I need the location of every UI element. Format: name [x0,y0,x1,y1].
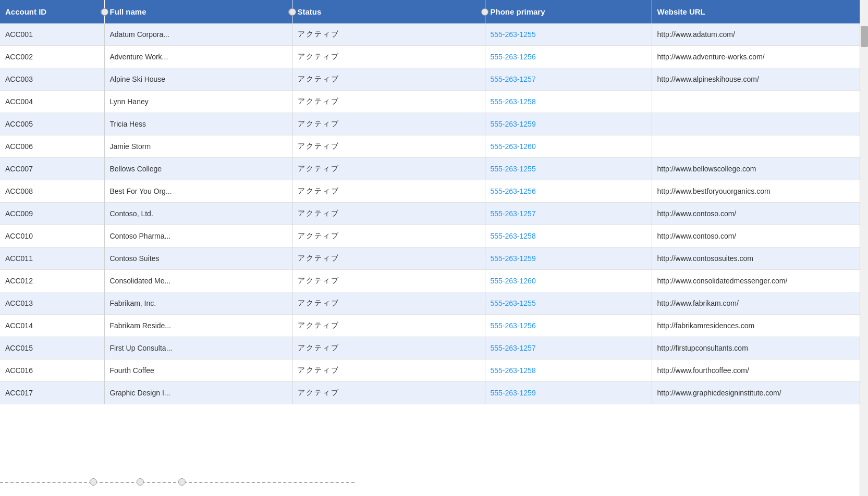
cell-status: アクティブ [292,135,485,158]
cell-account-id: ACC003 [0,68,104,91]
cell-account-id: ACC017 [0,382,104,404]
scrollbar-thumb[interactable] [861,26,868,47]
cell-account-id: ACC010 [0,225,104,247]
cell-account-id: ACC016 [0,359,104,382]
table-row[interactable]: ACC017Graphic Design I...アクティブ555-263-12… [0,382,868,404]
cell-status: アクティブ [292,292,485,315]
resize-handle-col2-right[interactable] [481,8,488,16]
cell-status: アクティブ [292,68,485,91]
cell-phone-primary[interactable]: 555-263-1256 [485,315,652,337]
cell-phone-primary[interactable]: 555-263-1255 [485,23,652,46]
cell-status: アクティブ [292,91,485,113]
cell-full-name: Graphic Design I... [104,382,292,404]
cell-phone-primary[interactable]: 555-263-1259 [485,382,652,404]
table-row[interactable]: ACC008Best For You Org...アクティブ555-263-12… [0,180,868,203]
cell-phone-primary[interactable]: 555-263-1260 [485,135,652,158]
col-header-account-id-label: Account ID [5,7,46,16]
cell-website-url: http://www.bellowscollege.com [652,158,868,180]
cell-phone-primary[interactable]: 555-263-1257 [485,337,652,359]
cell-full-name: Fourth Coffee [104,359,292,382]
cell-account-id: ACC006 [0,135,104,158]
cell-phone-primary[interactable]: 555-263-1258 [485,225,652,247]
cell-website-url: http://fabrikamresidences.com [652,315,868,337]
vertical-scrollbar[interactable] [860,0,868,496]
col-header-website-url-label: Website URL [657,7,705,16]
cell-status: アクティブ [292,23,485,46]
cell-phone-primary[interactable]: 555-263-1256 [485,46,652,68]
cell-status: アクティブ [292,158,485,180]
table-row[interactable]: ACC009Contoso, Ltd.アクティブ555-263-1257http… [0,203,868,225]
table-row[interactable]: ACC005Tricia Hessアクティブ555-263-1259 [0,113,868,135]
cell-website-url: http://www.graphicdesigninstitute.com/ [652,382,868,404]
cell-account-id: ACC014 [0,315,104,337]
cell-account-id: ACC004 [0,91,104,113]
cell-status: アクティブ [292,203,485,225]
cell-full-name: Lynn Haney [104,91,292,113]
cell-account-id: ACC008 [0,180,104,203]
cell-status: アクティブ [292,337,485,359]
table-row[interactable]: ACC001Adatum Corpora...アクティブ555-263-1255… [0,23,868,46]
table-row[interactable]: ACC007Bellows Collegeアクティブ555-263-1255ht… [0,158,868,180]
cell-account-id: ACC009 [0,203,104,225]
col-header-account-id[interactable]: Account ID [0,0,104,23]
cell-full-name: Fabrikam, Inc. [104,292,292,315]
cell-full-name: Best For You Org... [104,180,292,203]
cell-website-url [652,135,868,158]
col-header-full-name[interactable]: Full name [104,0,292,23]
cell-account-id: ACC005 [0,113,104,135]
cell-website-url: http://www.alpineskihouse.com/ [652,68,868,91]
table-row[interactable]: ACC014Fabrikam Reside...アクティブ555-263-125… [0,315,868,337]
col-header-phone-primary[interactable]: Phone primary [485,0,652,23]
cell-phone-primary[interactable]: 555-263-1255 [485,292,652,315]
cell-full-name: Adventure Work... [104,46,292,68]
cell-phone-primary[interactable]: 555-263-1259 [485,113,652,135]
table-row[interactable]: ACC002Adventure Work...アクティブ555-263-1256… [0,46,868,68]
cell-full-name: Fabrikam Reside... [104,315,292,337]
cell-account-id: ACC002 [0,46,104,68]
cell-full-name: Bellows College [104,158,292,180]
col-header-status[interactable]: Status [292,0,485,23]
cell-website-url [652,91,868,113]
table-row[interactable]: ACC010Contoso Pharma...アクティブ555-263-1258… [0,225,868,247]
cell-account-id: ACC015 [0,337,104,359]
cell-status: アクティブ [292,180,485,203]
cell-website-url: http://firstupconsultants.com [652,337,868,359]
col-header-full-name-label: Full name [110,7,146,16]
cell-account-id: ACC013 [0,292,104,315]
cell-status: アクティブ [292,315,485,337]
cell-full-name: Adatum Corpora... [104,23,292,46]
cell-full-name: Jamie Storm [104,135,292,158]
cell-website-url: http://www.contoso.com/ [652,225,868,247]
cell-phone-primary[interactable]: 555-263-1259 [485,247,652,270]
cell-phone-primary[interactable]: 555-263-1255 [485,158,652,180]
table-header-row: Account ID Full name Status Phone primar… [0,0,868,23]
cell-phone-primary[interactable]: 555-263-1256 [485,180,652,203]
table-row[interactable]: ACC013Fabrikam, Inc.アクティブ555-263-1255htt… [0,292,868,315]
cell-phone-primary[interactable]: 555-263-1257 [485,68,652,91]
cell-status: アクティブ [292,382,485,404]
col-header-website-url[interactable]: Website URL [652,0,868,23]
cell-website-url: http://www.fourthcoffee.com/ [652,359,868,382]
cell-status: アクティブ [292,225,485,247]
cell-full-name: Contoso Suites [104,247,292,270]
table-row[interactable]: ACC016Fourth Coffeeアクティブ555-263-1258http… [0,359,868,382]
cell-phone-primary[interactable]: 555-263-1260 [485,270,652,292]
cell-account-id: ACC012 [0,270,104,292]
cell-phone-primary[interactable]: 555-263-1258 [485,359,652,382]
table-row[interactable]: ACC006Jamie Stormアクティブ555-263-1260 [0,135,868,158]
table-row[interactable]: ACC004Lynn Haneyアクティブ555-263-1258 [0,91,868,113]
cell-website-url: http://www.contososuites.com [652,247,868,270]
cell-full-name: Consolidated Me... [104,270,292,292]
resize-handle-col2-left[interactable] [289,8,296,16]
cell-phone-primary[interactable]: 555-263-1258 [485,91,652,113]
cell-status: アクティブ [292,46,485,68]
table-row[interactable]: ACC003Alpine Ski Houseアクティブ555-263-1257h… [0,68,868,91]
cell-phone-primary[interactable]: 555-263-1257 [485,203,652,225]
col-header-phone-primary-label: Phone primary [491,7,545,16]
cell-website-url: http://www.consolidatedmessenger.com/ [652,270,868,292]
cell-account-id: ACC001 [0,23,104,46]
table-row[interactable]: ACC011Contoso Suitesアクティブ555-263-1259htt… [0,247,868,270]
table-row[interactable]: ACC012Consolidated Me...アクティブ555-263-126… [0,270,868,292]
resize-handle-col1-left[interactable] [101,8,108,16]
table-row[interactable]: ACC015First Up Consulta...アクティブ555-263-1… [0,337,868,359]
